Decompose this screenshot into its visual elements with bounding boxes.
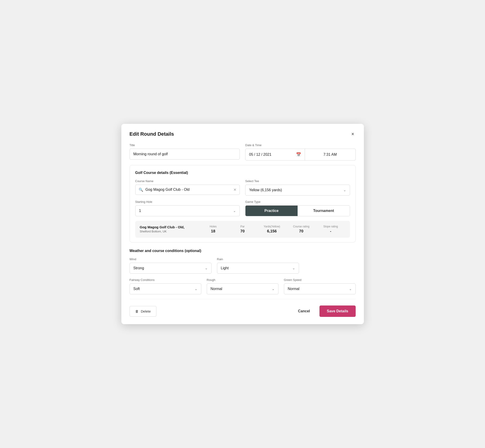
edit-round-modal: Edit Round Details × Title Date & Time 0… (121, 124, 364, 324)
green-speed-group: Green Speed Normal ⌄ (284, 278, 356, 294)
chevron-down-icon: ⌄ (233, 209, 236, 213)
par-label: Par (228, 225, 257, 228)
chevron-down-icon: ⌄ (343, 188, 346, 192)
wind-rain-row: Wind Strong ⌄ Rain Light ⌄ (129, 257, 356, 274)
par-stat: Par 70 (228, 225, 257, 233)
course-info-location: Shelford Bottom, UK (140, 230, 199, 233)
date-time-row: 05 / 12 / 2021 📅 7:31 AM (245, 149, 356, 160)
delete-button[interactable]: 🗑 Delete (129, 306, 156, 317)
fairway-group: Fairway Conditions Soft ⌄ (129, 278, 201, 294)
course-info-name-block: Gog Magog Golf Club - Old, Shelford Bott… (140, 225, 199, 233)
hole-gametype-row: Starting Hole 1 ⌄ Game Type Practice Tou… (135, 200, 350, 216)
course-rating-value: 70 (287, 229, 316, 233)
weather-section-title: Weather and course conditions (optional) (129, 249, 356, 253)
course-name-group: Course Name 🔍 Gog Magog Golf Club - Old … (135, 179, 240, 196)
time-input[interactable]: 7:31 AM (305, 149, 356, 160)
select-tee-group: Select Tee Yellow (6,156 yards) ⌄ (245, 179, 350, 196)
course-info-name: Gog Magog Golf Club - Old, (140, 225, 199, 229)
slope-rating-label: Slope rating (316, 225, 345, 228)
close-button[interactable]: × (350, 131, 356, 137)
game-type-toggle: Practice Tournament (245, 205, 350, 216)
date-value: 05 / 12 / 2021 (249, 152, 296, 157)
course-rating-label: Course rating (287, 225, 316, 228)
course-name-label: Course Name (135, 179, 240, 183)
select-tee-dropdown[interactable]: Yellow (6,156 yards) ⌄ (245, 185, 350, 196)
delete-label: Delete (141, 309, 151, 313)
cancel-button[interactable]: Cancel (294, 306, 314, 316)
yards-stat: Yards(Yellow) 6,156 (257, 225, 287, 233)
fairway-dropdown[interactable]: Soft ⌄ (129, 283, 201, 294)
golf-course-section: Golf Course details (Essential) Course N… (129, 165, 356, 242)
chevron-down-icon: ⌄ (272, 287, 275, 291)
title-field-group: Title (129, 144, 240, 160)
search-icon: 🔍 (139, 188, 143, 192)
trash-icon: 🗑 (135, 309, 139, 313)
holes-value: 18 (199, 229, 228, 233)
starting-hole-value: 1 (139, 209, 233, 213)
chevron-down-icon: ⌄ (195, 287, 197, 291)
course-name-value: Gog Magog Golf Club - Old (146, 188, 231, 192)
select-tee-value: Yellow (6,156 yards) (249, 188, 343, 192)
course-info-card: Gog Magog Golf Club - Old, Shelford Bott… (135, 221, 350, 238)
yards-value: 6,156 (257, 229, 287, 233)
holes-stat: Holes 18 (199, 225, 228, 233)
golf-course-section-title: Golf Course details (Essential) (135, 171, 350, 175)
starting-hole-dropdown[interactable]: 1 ⌄ (135, 205, 240, 216)
holes-label: Holes (199, 225, 228, 228)
yards-label: Yards(Yellow) (257, 225, 287, 228)
rain-group: Rain Light ⌄ (217, 257, 299, 274)
rain-label: Rain (217, 257, 299, 261)
datetime-field-group: Date & Time 05 / 12 / 2021 📅 7:31 AM (245, 144, 356, 160)
title-datetime-row: Title Date & Time 05 / 12 / 2021 📅 7:31 … (129, 144, 356, 160)
wind-label: Wind (129, 257, 211, 261)
green-speed-dropdown[interactable]: Normal ⌄ (284, 283, 356, 294)
chevron-down-icon: ⌄ (292, 266, 295, 270)
time-value: 7:31 AM (323, 152, 337, 157)
rough-dropdown[interactable]: Normal ⌄ (207, 283, 278, 294)
starting-hole-label: Starting Hole (135, 200, 240, 203)
clear-icon[interactable]: ✕ (233, 188, 236, 192)
footer-row: 🗑 Delete Cancel Save Details (129, 305, 356, 317)
course-tee-row: Course Name 🔍 Gog Magog Golf Club - Old … (135, 179, 350, 196)
rain-value: Light (221, 266, 292, 270)
select-tee-label: Select Tee (245, 179, 350, 183)
footer-right: Cancel Save Details (294, 305, 356, 317)
fairway-value: Soft (133, 287, 195, 291)
game-type-label: Game Type (245, 200, 350, 203)
calendar-icon: 📅 (296, 152, 301, 157)
date-input[interactable]: 05 / 12 / 2021 📅 (245, 149, 305, 160)
wind-value: Strong (133, 266, 205, 270)
rough-label: Rough (207, 278, 278, 282)
course-rating-stat: Course rating 70 (287, 225, 316, 233)
save-button[interactable]: Save Details (319, 305, 356, 317)
rain-dropdown[interactable]: Light ⌄ (217, 263, 299, 274)
chevron-down-icon: ⌄ (205, 266, 208, 270)
par-value: 70 (228, 229, 257, 233)
title-input[interactable] (129, 149, 240, 160)
green-speed-label: Green Speed (284, 278, 356, 282)
green-speed-value: Normal (288, 287, 349, 291)
slope-rating-value: - (316, 229, 345, 233)
modal-title: Edit Round Details (129, 131, 174, 137)
fairway-label: Fairway Conditions (129, 278, 201, 282)
wind-dropdown[interactable]: Strong ⌄ (129, 263, 211, 274)
slope-rating-stat: Slope rating - (316, 225, 345, 233)
chevron-down-icon: ⌄ (349, 287, 352, 291)
modal-header: Edit Round Details × (129, 131, 356, 137)
game-type-group: Game Type Practice Tournament (245, 200, 350, 216)
footer-divider (129, 299, 356, 299)
weather-section: Weather and course conditions (optional)… (129, 249, 356, 294)
datetime-label: Date & Time (245, 144, 356, 147)
course-name-input[interactable]: 🔍 Gog Magog Golf Club - Old ✕ (135, 185, 240, 195)
fairway-rough-green-row: Fairway Conditions Soft ⌄ Rough Normal ⌄… (129, 278, 356, 294)
practice-toggle-btn[interactable]: Practice (245, 206, 298, 216)
rough-value: Normal (211, 287, 272, 291)
tournament-toggle-btn[interactable]: Tournament (298, 206, 350, 216)
wind-group: Wind Strong ⌄ (129, 257, 211, 274)
rough-group: Rough Normal ⌄ (207, 278, 278, 294)
starting-hole-group: Starting Hole 1 ⌄ (135, 200, 240, 216)
title-label: Title (129, 144, 240, 147)
